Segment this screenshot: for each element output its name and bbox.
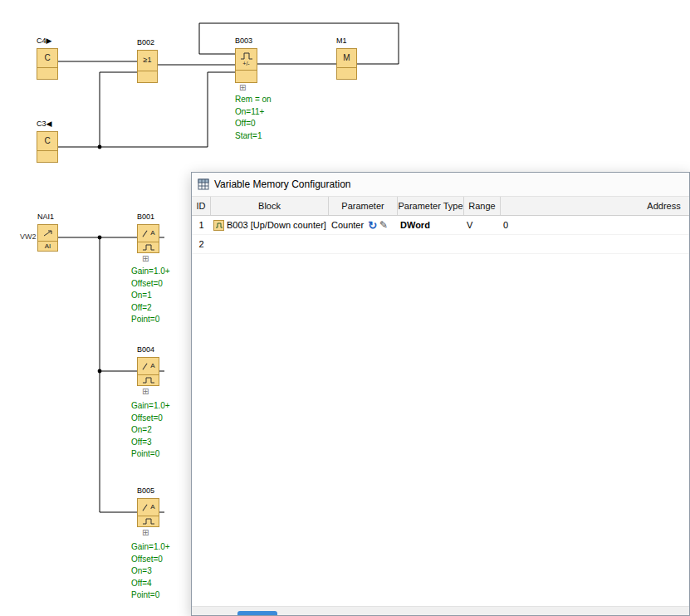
threshold-pulse-icon bbox=[142, 518, 155, 525]
block-label-nai1: NAI1 bbox=[37, 213, 54, 221]
ok-button-partial[interactable] bbox=[237, 611, 277, 615]
block-b004-analog-trigger[interactable]: A bbox=[137, 357, 159, 386]
analog-glyph: A bbox=[150, 504, 154, 511]
dialog-title: Variable Memory Configuration bbox=[214, 178, 351, 190]
column-header-range[interactable]: Range bbox=[464, 197, 501, 215]
expand-params-icon[interactable]: ⊞ bbox=[239, 84, 246, 91]
cell-parameter: Counter ↻ ✎ bbox=[329, 216, 398, 234]
ai-address-label: VW2 bbox=[20, 232, 37, 241]
parameter-text: Counter bbox=[331, 220, 364, 230]
analog-glyph: A bbox=[150, 230, 154, 237]
vm-config-icon bbox=[198, 178, 209, 190]
param-text-b005: Gain=1.0+ Offset=0 On=3 Off=4 Point=0 bbox=[131, 541, 170, 602]
cursor-key-glyph: C bbox=[44, 137, 50, 145]
table-row[interactable]: 2 bbox=[192, 235, 690, 254]
ramp-line-icon bbox=[143, 230, 148, 237]
analog-glyph: A bbox=[150, 363, 154, 369]
dialog-footer bbox=[192, 606, 689, 615]
flag-glyph: M bbox=[343, 54, 350, 62]
dialog-titlebar[interactable]: Variable Memory Configuration bbox=[192, 173, 689, 197]
block-name-text: B003 [Up/Down counter] bbox=[227, 220, 326, 230]
cell-block bbox=[211, 235, 329, 253]
column-header-id[interactable]: ID bbox=[192, 197, 211, 215]
cell-id: 1 bbox=[192, 216, 211, 234]
expand-params-icon[interactable]: ⊞ bbox=[142, 529, 149, 536]
vm-config-dialog: Variable Memory Configuration ID Block P… bbox=[191, 172, 690, 616]
block-label-b005: B005 bbox=[137, 486, 154, 495]
block-mini-icon bbox=[213, 220, 224, 231]
analog-input-glyph: AI bbox=[45, 242, 51, 250]
cell-range bbox=[464, 235, 501, 253]
counter-pulse-icon bbox=[240, 52, 253, 60]
expand-params-icon[interactable]: ⊞ bbox=[142, 255, 149, 262]
edit-icon[interactable]: ✎ bbox=[379, 220, 388, 230]
block-b002-or[interactable]: ≥1 bbox=[137, 50, 158, 83]
analog-ramp-icon bbox=[42, 229, 54, 237]
block-b005-analog-trigger[interactable]: A bbox=[137, 498, 159, 527]
block-label-c4: C4▶ bbox=[37, 37, 51, 45]
threshold-pulse-icon bbox=[142, 244, 155, 251]
expand-params-icon[interactable]: ⊞ bbox=[142, 388, 149, 395]
block-label-c3: C3◀ bbox=[37, 120, 51, 128]
column-header-block[interactable]: Block bbox=[211, 197, 329, 215]
updown-glyph: +/- bbox=[242, 61, 249, 66]
cell-parameter bbox=[329, 235, 398, 253]
table-row[interactable]: 1 B003 [Up/Down counter] Counter ↻ ✎ DWo… bbox=[192, 216, 690, 235]
cell-range: V bbox=[464, 216, 501, 234]
block-nai1-analog-input[interactable]: AI bbox=[37, 224, 58, 252]
column-header-parameter[interactable]: Parameter bbox=[329, 197, 398, 215]
threshold-pulse-icon bbox=[142, 377, 155, 384]
cell-id: 2 bbox=[192, 235, 211, 253]
block-label-b004: B004 bbox=[137, 345, 154, 354]
column-header-address[interactable]: Address bbox=[501, 197, 690, 215]
cell-parameter-type: DWord bbox=[398, 216, 464, 234]
table-header: ID Block Parameter Parameter Type Range … bbox=[192, 197, 690, 216]
cell-parameter-type bbox=[398, 235, 464, 253]
or-gate-glyph: ≥1 bbox=[144, 56, 152, 64]
param-text-b001: Gain=1.0+ Offset=0 On=1 Off=2 Point=0 bbox=[131, 266, 170, 326]
block-c4[interactable]: C bbox=[37, 48, 58, 80]
block-label-b003: B003 bbox=[235, 37, 252, 45]
cell-address bbox=[501, 235, 690, 253]
block-label-m1: M1 bbox=[336, 37, 347, 45]
refresh-icon[interactable]: ↻ bbox=[368, 220, 377, 231]
column-header-parameter-type[interactable]: Parameter Type bbox=[398, 197, 464, 215]
ramp-line-icon bbox=[143, 504, 148, 511]
block-label-b001: B001 bbox=[137, 213, 154, 221]
param-text-b004: Gain=1.0+ Offset=0 On=2 Off=3 Point=0 bbox=[131, 400, 170, 461]
param-text-b003: Rem = on On=11+ Off=0 Start=1 bbox=[235, 94, 272, 142]
cell-address: 0 bbox=[501, 216, 690, 234]
cursor-key-glyph: C bbox=[44, 54, 50, 62]
block-b003-counter[interactable]: +/- bbox=[235, 48, 257, 83]
cell-block: B003 [Up/Down counter] bbox=[211, 216, 329, 234]
block-b001-analog-trigger[interactable]: A bbox=[137, 224, 159, 253]
ramp-line-icon bbox=[143, 363, 148, 369]
block-c3[interactable]: C bbox=[37, 131, 58, 163]
block-m1-flag[interactable]: M bbox=[336, 48, 357, 80]
block-label-b002: B002 bbox=[137, 38, 154, 46]
